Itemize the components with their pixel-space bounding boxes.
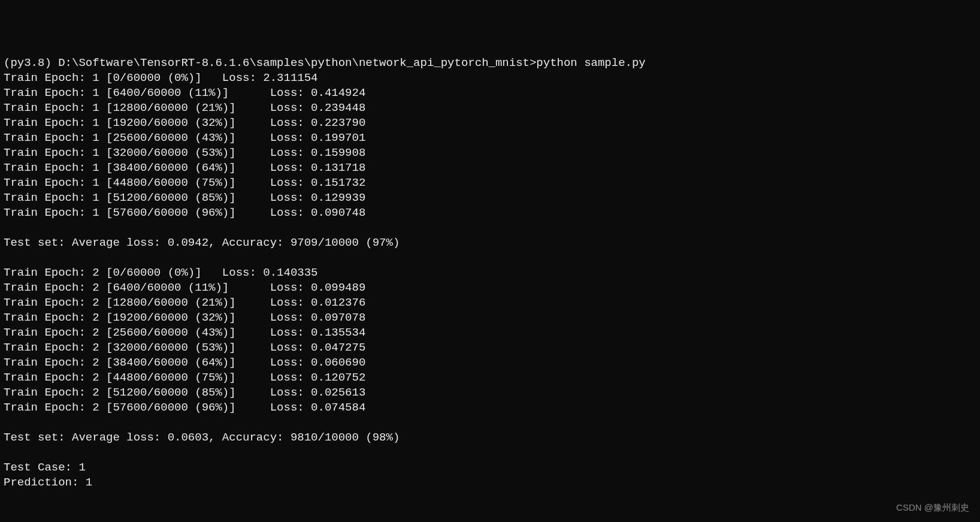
- prediction-line: Prediction: 1: [4, 476, 92, 489]
- train-line: Train Epoch: 2 [38400/60000 (64%)] Loss:…: [4, 356, 365, 369]
- train-line: Train Epoch: 1 [25600/60000 (43%)] Loss:…: [4, 131, 365, 144]
- train-line: Train Epoch: 2 [0/60000 (0%)] Loss: 0.14…: [4, 266, 318, 279]
- train-line: Train Epoch: 1 [6400/60000 (11%)] Loss: …: [4, 86, 365, 99]
- train-line: Train Epoch: 1 [32000/60000 (53%)] Loss:…: [4, 146, 365, 159]
- train-line: Train Epoch: 2 [6400/60000 (11%)] Loss: …: [4, 281, 365, 294]
- train-line: Train Epoch: 2 [57600/60000 (96%)] Loss:…: [4, 401, 365, 414]
- watermark: CSDN @豫州刺史: [896, 500, 969, 515]
- train-line: Train Epoch: 1 [51200/60000 (85%)] Loss:…: [4, 191, 365, 204]
- train-line: Train Epoch: 1 [38400/60000 (64%)] Loss:…: [4, 161, 365, 174]
- train-line: Train Epoch: 1 [0/60000 (0%)] Loss: 2.31…: [4, 71, 318, 85]
- train-line: Train Epoch: 2 [12800/60000 (21%)] Loss:…: [4, 296, 365, 309]
- test-case-line: Test Case: 1: [4, 461, 86, 474]
- train-line: Train Epoch: 2 [32000/60000 (53%)] Loss:…: [4, 341, 365, 354]
- command-prompt-line: (py3.8) D:\Software\TensorRT-8.6.1.6\sam…: [4, 56, 646, 70]
- test-summary-line: Test set: Average loss: 0.0603, Accuracy…: [4, 431, 400, 444]
- terminal-output[interactable]: (py3.8) D:\Software\TensorRT-8.6.1.6\sam…: [4, 56, 976, 490]
- train-line: Train Epoch: 2 [25600/60000 (43%)] Loss:…: [4, 326, 365, 339]
- train-line: Train Epoch: 2 [19200/60000 (32%)] Loss:…: [4, 311, 365, 324]
- train-line: Train Epoch: 2 [51200/60000 (85%)] Loss:…: [4, 386, 365, 399]
- train-line: Train Epoch: 1 [19200/60000 (32%)] Loss:…: [4, 116, 365, 129]
- test-summary-line: Test set: Average loss: 0.0942, Accuracy…: [4, 236, 400, 249]
- train-line: Train Epoch: 1 [57600/60000 (96%)] Loss:…: [4, 206, 365, 219]
- train-line: Train Epoch: 1 [12800/60000 (21%)] Loss:…: [4, 101, 365, 114]
- train-line: Train Epoch: 1 [44800/60000 (75%)] Loss:…: [4, 176, 365, 189]
- train-line: Train Epoch: 2 [44800/60000 (75%)] Loss:…: [4, 371, 365, 384]
